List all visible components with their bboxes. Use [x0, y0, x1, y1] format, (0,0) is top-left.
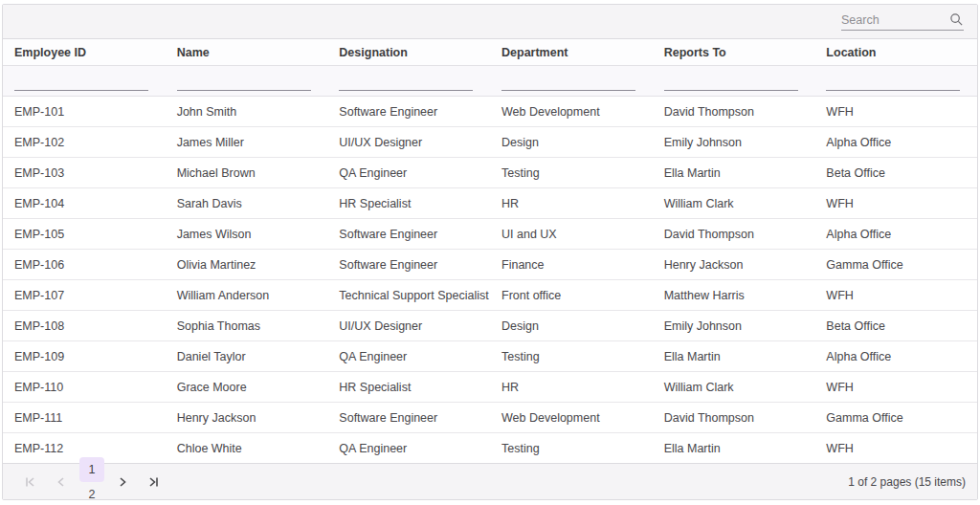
table-row[interactable]: EMP-109Daniel TaylorQA EngineerTestingEl…	[3, 341, 977, 372]
cell-reports-to: David Thompson	[653, 105, 815, 119]
page-button-1[interactable]: 1	[79, 457, 104, 482]
column-header-department[interactable]: Department	[490, 46, 653, 59]
cell-location: Alpha Office	[814, 136, 977, 149]
cell-location: WFH	[814, 197, 977, 210]
page-number-buttons: 12	[79, 457, 104, 505]
cell-department: Front office	[490, 289, 653, 302]
cell-employee-id: EMP-106	[3, 258, 166, 272]
cell-department: HR	[490, 197, 653, 210]
cell-designation: Software Engineer	[327, 258, 490, 272]
cell-designation: UI/UX Designer	[327, 136, 490, 149]
next-page-button[interactable]	[110, 470, 135, 494]
cell-location: WFH	[814, 381, 977, 394]
cell-department: Testing	[490, 350, 653, 363]
cell-name: Sophia Thomas	[166, 319, 328, 333]
pager-nav: 12	[18, 457, 166, 505]
filter-input-name[interactable]	[177, 74, 311, 91]
cell-name: William Anderson	[166, 289, 328, 302]
table-row[interactable]: EMP-102James MillerUI/UX DesignerDesignE…	[3, 127, 977, 158]
cell-department: Web Development	[490, 105, 653, 119]
table-row[interactable]: EMP-105James WilsonSoftware EngineerUI a…	[3, 219, 977, 250]
cell-designation: Software Engineer	[327, 228, 490, 241]
first-page-icon	[23, 474, 38, 490]
cell-reports-to: Henry Jackson	[653, 258, 815, 272]
cell-reports-to: William Clark	[653, 381, 815, 394]
cell-department: Web Development	[490, 411, 653, 425]
cell-name: James Miller	[166, 136, 328, 149]
cell-reports-to: Ella Martin	[653, 166, 815, 180]
cell-reports-to: David Thompson	[653, 411, 815, 425]
table-row[interactable]: EMP-108Sophia ThomasUI/UX DesignerDesign…	[3, 311, 977, 341]
last-page-button[interactable]	[141, 470, 166, 494]
cell-department: UI and UX	[490, 228, 653, 241]
page-button-2[interactable]: 2	[79, 482, 104, 505]
cell-reports-to: Ella Martin	[653, 442, 815, 455]
filter-cell-location	[814, 73, 977, 97]
last-page-icon	[145, 474, 161, 490]
cell-reports-to: Matthew Harris	[653, 289, 815, 302]
cell-designation: HR Specialist	[327, 381, 490, 394]
column-header-employee-id[interactable]: Employee ID	[3, 46, 166, 59]
cell-employee-id: EMP-110	[3, 381, 166, 394]
cell-employee-id: EMP-107	[3, 289, 166, 302]
filter-input-reports-to[interactable]	[664, 74, 798, 91]
filter-input-department[interactable]	[501, 74, 635, 91]
cell-employee-id: EMP-109	[3, 350, 166, 363]
cell-employee-id: EMP-108	[3, 319, 166, 333]
pager-info: 1 of 2 pages (15 items)	[848, 475, 966, 489]
cell-designation: HR Specialist	[327, 197, 490, 210]
search-icon[interactable]	[949, 12, 964, 27]
pager: 12 1 of 2 pages (15 items)	[3, 464, 977, 499]
employee-grid: Employee IDNameDesignationDepartmentRepo…	[2, 4, 978, 500]
cell-department: Testing	[490, 166, 653, 180]
table-row[interactable]: EMP-111Henry JacksonSoftware EngineerWeb…	[3, 403, 977, 433]
table-row[interactable]: EMP-103Michael BrownQA EngineerTestingEl…	[3, 158, 977, 188]
column-header-location[interactable]: Location	[814, 46, 977, 59]
column-header-name[interactable]: Name	[166, 46, 328, 59]
filter-input-location[interactable]	[826, 74, 960, 91]
filter-cell-name	[166, 73, 328, 97]
cell-department: Design	[490, 319, 653, 333]
cell-name: Daniel Taylor	[166, 350, 328, 363]
cell-reports-to: Ella Martin	[653, 350, 815, 363]
cell-name: Olivia Martinez	[166, 258, 328, 272]
cell-department: HR	[490, 381, 653, 394]
column-header-designation[interactable]: Designation	[327, 46, 490, 59]
cell-employee-id: EMP-104	[3, 197, 166, 210]
filter-input-employee-id[interactable]	[14, 74, 148, 91]
cell-employee-id: EMP-112	[3, 442, 166, 455]
table-row[interactable]: EMP-106Olivia MartinezSoftware EngineerF…	[3, 250, 977, 280]
cell-name: Grace Moore	[166, 381, 328, 394]
table-body: EMP-101John SmithSoftware EngineerWeb De…	[3, 97, 977, 464]
cell-designation: QA Engineer	[327, 442, 490, 455]
filter-input-designation[interactable]	[339, 74, 473, 91]
table-row[interactable]: EMP-104Sarah DavisHR SpecialistHRWilliam…	[3, 188, 977, 219]
chevron-left-icon	[54, 474, 69, 490]
cell-location: WFH	[814, 105, 977, 119]
cell-location: WFH	[814, 442, 977, 455]
cell-designation: Technical Support Specialist	[327, 289, 490, 302]
header-row: Employee IDNameDesignationDepartmentRepo…	[3, 39, 977, 66]
search-box	[841, 12, 964, 31]
cell-name: Michael Brown	[166, 166, 328, 180]
cell-location: Beta Office	[814, 166, 977, 180]
table-row[interactable]: EMP-101John SmithSoftware EngineerWeb De…	[3, 97, 977, 127]
table-row[interactable]: EMP-110Grace MooreHR SpecialistHRWilliam…	[3, 372, 977, 403]
filter-cell-designation	[327, 73, 490, 97]
table-row[interactable]: EMP-107William AndersonTechnical Support…	[3, 280, 977, 311]
filter-row	[3, 66, 977, 97]
first-page-button[interactable]	[18, 470, 43, 494]
cell-location: WFH	[814, 289, 977, 302]
cell-designation: QA Engineer	[327, 166, 490, 180]
cell-reports-to: William Clark	[653, 197, 815, 210]
column-header-reports-to[interactable]: Reports To	[653, 46, 815, 59]
search-input[interactable]	[841, 13, 949, 27]
cell-location: Alpha Office	[814, 350, 977, 363]
cell-employee-id: EMP-105	[3, 228, 166, 241]
filter-cell-department	[490, 73, 653, 97]
cell-reports-to: Emily Johnson	[653, 319, 815, 333]
chevron-right-icon	[115, 474, 130, 490]
prev-page-button[interactable]	[49, 470, 74, 494]
grid-toolbar	[3, 5, 977, 39]
cell-employee-id: EMP-111	[3, 411, 166, 425]
